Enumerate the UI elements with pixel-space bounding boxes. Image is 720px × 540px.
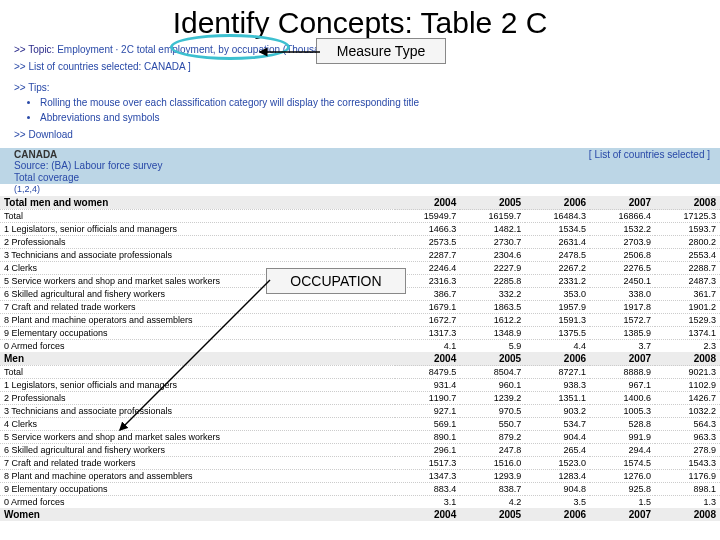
- data-cell: 1593.7: [655, 223, 720, 236]
- data-cell: 2331.2: [525, 275, 590, 288]
- data-cell: 8504.7: [460, 366, 525, 379]
- data-cell: 2553.4: [655, 249, 720, 262]
- data-cell: 528.8: [590, 418, 655, 431]
- year-header: 2006: [525, 508, 590, 521]
- data-cell: 1672.7: [395, 314, 460, 327]
- row-label: 8 Plant and machine operators and assemb…: [0, 314, 395, 327]
- data-cell: 1523.0: [525, 457, 590, 470]
- data-cell: 967.1: [590, 379, 655, 392]
- data-cell: 1283.4: [525, 470, 590, 483]
- meta-band: CANADA [ List of countries selected ] So…: [0, 148, 720, 184]
- data-cell: 960.1: [460, 379, 525, 392]
- country-link[interactable]: CANADA: [144, 61, 185, 72]
- data-cell: 991.9: [590, 431, 655, 444]
- row-label: 2 Professionals: [0, 236, 395, 249]
- list-countries-link[interactable]: [ List of countries selected ]: [589, 149, 710, 160]
- data-cell: 361.7: [655, 288, 720, 301]
- data-cell: 2450.1: [590, 275, 655, 288]
- row-label: 6 Skilled agricultural and fishery worke…: [0, 444, 395, 457]
- data-cell: 2304.6: [460, 249, 525, 262]
- data-cell: 1534.5: [525, 223, 590, 236]
- data-cell: 904.8: [525, 483, 590, 496]
- data-cell: 1917.8: [590, 301, 655, 314]
- data-cell: 1574.5: [590, 457, 655, 470]
- year-header: 2008: [655, 196, 720, 210]
- data-cell: 1005.3: [590, 405, 655, 418]
- data-cell: 1482.1: [460, 223, 525, 236]
- tip-item: Rolling the mouse over each classificati…: [40, 95, 710, 110]
- data-cell: 247.8: [460, 444, 525, 457]
- data-cell: 2285.8: [460, 275, 525, 288]
- data-cell: 1529.3: [655, 314, 720, 327]
- row-label: 7 Craft and related trade workers: [0, 301, 395, 314]
- data-cell: 4.1: [395, 340, 460, 353]
- data-cell: 898.1: [655, 483, 720, 496]
- row-label: 1 Legislators, senior officials and mana…: [0, 223, 395, 236]
- data-cell: 534.7: [525, 418, 590, 431]
- data-cell: 1679.1: [395, 301, 460, 314]
- data-cell: 2631.4: [525, 236, 590, 249]
- year-header: 2007: [590, 196, 655, 210]
- data-cell: 2267.2: [525, 262, 590, 275]
- data-cell: 9021.3: [655, 366, 720, 379]
- data-cell: 1347.3: [395, 470, 460, 483]
- data-cell: 278.9: [655, 444, 720, 457]
- year-header: 2005: [460, 196, 525, 210]
- data-cell: 925.8: [590, 483, 655, 496]
- row-label: 4 Clerks: [0, 418, 395, 431]
- data-cell: 1239.2: [460, 392, 525, 405]
- data-cell: 970.5: [460, 405, 525, 418]
- data-cell: 879.2: [460, 431, 525, 444]
- data-cell: 903.2: [525, 405, 590, 418]
- data-cell: 16866.4: [590, 210, 655, 223]
- annotation-measure-type: Measure Type: [316, 38, 446, 64]
- breadcrumb-prefix: >> Topic:: [14, 44, 54, 55]
- data-cell: 1276.0: [590, 470, 655, 483]
- data-cell: 2573.5: [395, 236, 460, 249]
- annotation-occupation: OCCUPATION: [266, 268, 406, 294]
- data-cell: 15949.7: [395, 210, 460, 223]
- data-cell: 4.2: [460, 496, 525, 509]
- meta-source: Source: (BA) Labour force survey: [14, 160, 162, 171]
- data-cell: 1293.9: [460, 470, 525, 483]
- year-header: 2007: [590, 508, 655, 521]
- data-cell: 1385.9: [590, 327, 655, 340]
- meta-ref: (1,2,4): [0, 184, 720, 196]
- data-cell: 564.3: [655, 418, 720, 431]
- data-cell: 2703.9: [590, 236, 655, 249]
- data-cell: 963.3: [655, 431, 720, 444]
- row-label: 8 Plant and machine operators and assemb…: [0, 470, 395, 483]
- row-label: 0 Armed forces: [0, 340, 395, 353]
- year-header: 2005: [460, 352, 525, 366]
- data-cell: 1516.0: [460, 457, 525, 470]
- data-cell: 883.4: [395, 483, 460, 496]
- data-cell: 927.1: [395, 405, 460, 418]
- data-cell: 17125.3: [655, 210, 720, 223]
- meta-country: CANADA: [14, 149, 57, 160]
- data-cell: 8479.5: [395, 366, 460, 379]
- tips-label: >> Tips:: [14, 82, 50, 93]
- row-label: 2 Professionals: [0, 392, 395, 405]
- data-cell: 1426.7: [655, 392, 720, 405]
- meta-coverage: Total coverage: [14, 172, 79, 183]
- data-cell: 1.3: [655, 496, 720, 509]
- download-link[interactable]: >> Download: [14, 129, 73, 140]
- data-cell: 2487.3: [655, 275, 720, 288]
- year-header: 2006: [525, 196, 590, 210]
- row-label: 9 Elementary occupations: [0, 327, 395, 340]
- data-cell: 1901.2: [655, 301, 720, 314]
- data-cell: 338.0: [590, 288, 655, 301]
- tips-list: Rolling the mouse over each classificati…: [0, 95, 720, 125]
- row-label: 5 Service workers and shop and market sa…: [0, 431, 395, 444]
- data-cell: 265.4: [525, 444, 590, 457]
- data-cell: 1957.9: [525, 301, 590, 314]
- slide-title: Identify Concepts: Table 2 C: [0, 0, 720, 42]
- data-cell: 1348.9: [460, 327, 525, 340]
- data-cell: 838.7: [460, 483, 525, 496]
- data-cell: 5.9: [460, 340, 525, 353]
- data-cell: 2.3: [655, 340, 720, 353]
- data-cell: 938.3: [525, 379, 590, 392]
- data-table: Total men and women20042005200620072008T…: [0, 196, 720, 521]
- year-header: 2004: [395, 352, 460, 366]
- data-cell: 332.2: [460, 288, 525, 301]
